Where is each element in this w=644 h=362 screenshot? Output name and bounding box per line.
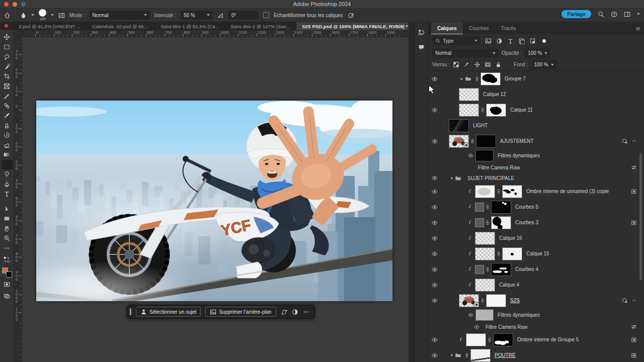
visibility-toggle[interactable]: [474, 324, 479, 330]
layer-thumbnail[interactable]: [475, 185, 495, 198]
collapse-chevron-icon[interactable]: [631, 138, 637, 144]
layer-row[interactable]: Courbes 5: [428, 199, 644, 215]
contextual-taskbar[interactable]: Sélectionner un sujet Supprimer l'arrièr…: [127, 305, 315, 319]
document-tab[interactable]: Sans titre-1 @ 82,4% (Ca...: [155, 22, 225, 30]
smart-object-filter-icon[interactable]: [529, 38, 536, 44]
tool-clone-stamp[interactable]: [2, 121, 13, 131]
layer-thumbnail[interactable]: [466, 333, 486, 346]
layer-name[interactable]: Calque 4: [499, 282, 519, 288]
remove-background-button[interactable]: Supprimer l'arrière-plan: [205, 307, 276, 317]
layer-row[interactable]: Filtre Camera Raw: [428, 162, 644, 172]
filter-type-select[interactable]: Type: [432, 36, 480, 45]
document-tab[interactable]: Sans titre-2 @ 147% (San...: [225, 22, 296, 30]
lock-transparency-icon[interactable]: [453, 61, 459, 68]
tool-dodge[interactable]: [2, 169, 13, 179]
tool-healing-brush[interactable]: [2, 101, 13, 111]
minimize-window-button[interactable]: [13, 2, 17, 7]
pixel-layer-filter-icon[interactable]: [485, 38, 492, 44]
expand-arrow[interactable]: ▸: [459, 76, 465, 81]
effects-icon[interactable]: [631, 220, 637, 226]
visibility-toggle[interactable]: [428, 261, 442, 277]
layer-row[interactable]: Ombre interne de Groupe 5: [428, 332, 644, 347]
smart-filter-icon[interactable]: [622, 138, 628, 144]
layer-name[interactable]: Filtres dynamiques: [498, 153, 540, 158]
visibility-toggle[interactable]: [428, 332, 442, 347]
layer-thumbnail[interactable]: [475, 218, 484, 227]
layer-thumbnail[interactable]: [475, 265, 484, 274]
adjustment-layer-filter-icon[interactable]: [496, 38, 503, 44]
visibility-toggle[interactable]: [428, 102, 442, 118]
layer-mask-thumbnail[interactable]: [502, 247, 522, 260]
layer-name[interactable]: Filtre Camera Raw: [486, 324, 527, 330]
sample-all-layers-checkbox[interactable]: [263, 12, 269, 18]
link-icon[interactable]: [474, 76, 479, 81]
layer-mask-thumbnail[interactable]: [491, 216, 511, 229]
layer-name[interactable]: POUTRE: [495, 352, 516, 358]
layer-row[interactable]: Calque 15: [428, 246, 644, 261]
layer-mask-thumbnail[interactable]: [480, 72, 501, 85]
layer-thumbnail[interactable]: [459, 294, 479, 307]
layer-thumbnail[interactable]: [475, 247, 495, 260]
layer-row[interactable]: Courbes 3: [428, 215, 644, 230]
tool-brush[interactable]: [2, 111, 13, 121]
layer-mask-thumbnail[interactable]: [491, 263, 511, 276]
tool-pen[interactable]: [2, 179, 13, 190]
link-icon[interactable]: [464, 353, 469, 358]
visibility-toggle[interactable]: [428, 215, 442, 230]
tool-path-selection[interactable]: [2, 204, 13, 214]
home-icon[interactable]: [4, 12, 11, 19]
mode-select[interactable]: Normal: [90, 11, 150, 20]
layer-row[interactable]: Calque 4: [428, 277, 644, 293]
history-panel-icon[interactable]: [418, 29, 425, 36]
visibility-toggle[interactable]: [428, 230, 442, 246]
layer-row[interactable]: Calque 12: [428, 86, 644, 102]
brush-settings-toggle-icon[interactable]: [58, 12, 65, 19]
filter-blending-icon[interactable]: [631, 164, 637, 170]
chevron-down-icon[interactable]: [51, 14, 54, 16]
link-icon[interactable]: [480, 298, 485, 303]
traffic-lights[interactable]: [4, 2, 26, 7]
layer-thumbnail[interactable]: [475, 232, 495, 245]
layer-name[interactable]: LIGHT: [473, 123, 488, 128]
visibility-toggle[interactable]: [428, 347, 442, 362]
layer-row[interactable]: ▾POUTRE: [428, 347, 644, 362]
horizontal-ruler[interactable]: 0100200300400500600700800900100011001200…: [22, 30, 409, 37]
layer-name[interactable]: Calque 11: [510, 107, 533, 113]
color-swatches[interactable]: [2, 267, 12, 278]
tool-object-selection[interactable]: [2, 62, 13, 72]
tool-blur[interactable]: [2, 160, 13, 170]
layer-row[interactable]: LIGHT: [428, 118, 644, 133]
vertical-ruler[interactable]: 3 0 02 0 01 0 001 0 02 0 03 0 04 0 05 0 …: [14, 37, 22, 362]
layer-thumbnail[interactable]: [475, 150, 494, 161]
expand-arrow[interactable]: ▾: [449, 176, 455, 180]
effects-icon[interactable]: [631, 189, 637, 195]
zoom-window-button[interactable]: [21, 2, 26, 7]
swap-colors-icon[interactable]: [2, 255, 13, 265]
layer-name[interactable]: Filtre Camera Raw: [478, 165, 520, 170]
layer-row[interactable]: Calque 16: [428, 230, 644, 246]
link-icon[interactable]: [496, 251, 501, 256]
tool-eyedropper[interactable]: [2, 91, 13, 101]
layer-name[interactable]: Calque 12: [483, 92, 506, 97]
fill-input[interactable]: 100 %: [531, 60, 556, 69]
document-tab[interactable]: Calendula -10.psd @ 66,...: [87, 22, 155, 30]
layer-thumbnail[interactable]: [449, 135, 469, 148]
layer-row[interactable]: Courbes 4: [428, 261, 644, 277]
tool-gradient[interactable]: [2, 150, 13, 160]
opacity-input[interactable]: 100 %: [525, 49, 550, 58]
visibility-toggle[interactable]: [468, 153, 473, 158]
panel-tab-calques[interactable]: Calques: [431, 22, 463, 34]
layer-mask-thumbnail[interactable]: [470, 349, 491, 362]
document-tab[interactable]: S2S PSD.psd @ 100% (MINIA FINALE, RVB/8)…: [296, 22, 409, 30]
layer-name[interactable]: Courbes 3: [515, 220, 538, 225]
layer-thumbnail[interactable]: [475, 279, 495, 292]
tool-zoom[interactable]: [2, 233, 13, 243]
share-button[interactable]: Partage: [561, 10, 591, 18]
tool-move[interactable]: [2, 32, 13, 42]
tool-shape[interactable]: [2, 214, 13, 224]
link-icon[interactable]: [487, 337, 492, 342]
screenmode-icon[interactable]: [2, 291, 13, 301]
layer-row[interactable]: AJUSTEMENT: [428, 133, 644, 149]
layer-thumbnail[interactable]: [475, 203, 484, 212]
link-icon[interactable]: [485, 267, 490, 272]
